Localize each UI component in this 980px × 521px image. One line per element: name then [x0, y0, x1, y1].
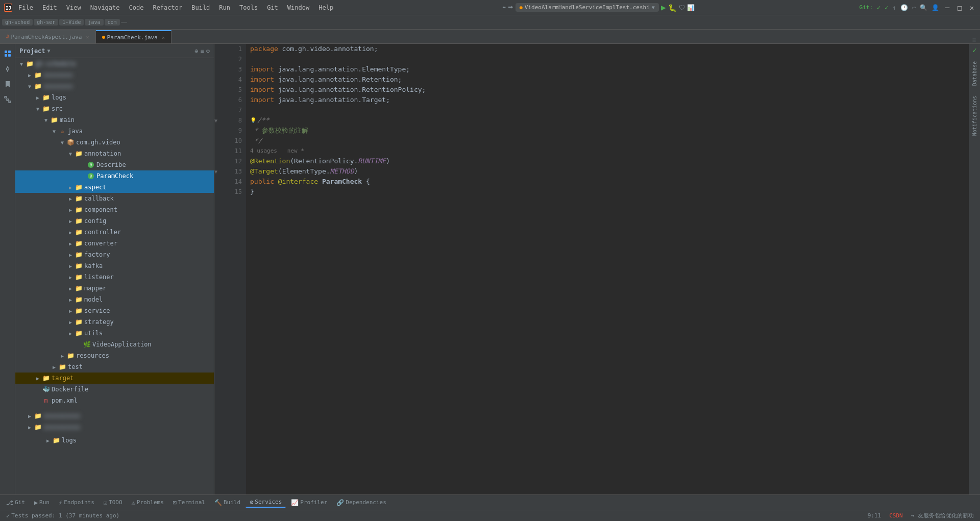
branch-tag-5[interactable] [121, 22, 127, 23]
tree-arrow-controller[interactable]: ▶ [66, 230, 75, 235]
menu-navigate[interactable]: Navigate [86, 3, 124, 12]
tree-arrow-config[interactable]: ▶ [66, 218, 75, 224]
git-push-icon[interactable]: ↑ [893, 4, 896, 11]
tree-arrow-aspect[interactable]: ▶ [66, 185, 75, 190]
menu-view[interactable]: View [62, 3, 85, 12]
tree-item-factory[interactable]: ▶ 📁 factory [15, 249, 214, 260]
bottom-tab-dependencies[interactable]: 🔗 Dependencies [332, 498, 390, 507]
tab-paramcheck[interactable]: ParamCheck.java ✕ [96, 30, 172, 43]
tree-arrow-factory[interactable]: ▶ [66, 252, 75, 258]
minimize-button[interactable]: ─ [943, 4, 951, 12]
menu-file[interactable]: File [14, 3, 37, 12]
tree-arrow-test[interactable]: ▶ [50, 364, 58, 370]
tab-paramcheckaspect[interactable]: J ParamCheckAspect.java ✕ [0, 30, 96, 43]
tree-item-blurred2[interactable]: ▼ 📁 xxxxxxxx [15, 81, 214, 92]
tree-item-target[interactable]: ▶ 📁 target [15, 373, 214, 384]
tree-arrow-blurred1[interactable]: ▶ [26, 72, 34, 78]
tree-item-strategy[interactable]: ▶ 📁 strategy [15, 316, 214, 328]
branch-tag-2[interactable]: gh-ser [34, 19, 58, 26]
bottom-tab-profiler[interactable]: 📈 Profiler [287, 498, 331, 507]
tree-arrow-service[interactable]: ▶ [66, 308, 75, 314]
tree-item-logs2[interactable]: ▶ 📁 logs [15, 435, 214, 446]
tree-item-dockerfile[interactable]: 🐳 Dockerfile [15, 384, 214, 395]
menu-run[interactable]: Run [215, 3, 234, 12]
tree-item-utils[interactable]: ▶ 📁 utils [15, 328, 214, 339]
menu-help[interactable]: Help [314, 3, 337, 12]
sidebar-project-icon[interactable] [2, 48, 13, 59]
tree-arrow-converter[interactable]: ▶ [66, 241, 75, 246]
search-icon[interactable]: 🔍 [920, 4, 927, 11]
tab-more-button[interactable]: ≡ [968, 36, 980, 43]
tree-item-component[interactable]: ▶ 📁 component [15, 204, 214, 215]
user-icon[interactable]: 👤 [932, 4, 939, 11]
menu-edit[interactable]: Edit [38, 3, 61, 12]
code-content[interactable]: package com.gh.video.annotation; import … [246, 44, 969, 494]
tree-item-describe[interactable]: @ Describe [15, 159, 214, 170]
run-config[interactable]: ● VideoAlarmHandleServiceImplTest.ceshi … [516, 3, 659, 12]
sidebar-label-database[interactable]: Database [971, 58, 978, 89]
sidebar-label-notifications[interactable]: Notifications [971, 93, 978, 139]
undo-icon[interactable]: ↩ [912, 4, 916, 11]
sidebar-structure-icon[interactable] [2, 94, 13, 105]
tree-arrow-java[interactable]: ▼ [50, 129, 58, 134]
tab-close-2[interactable]: ✕ [162, 35, 165, 40]
bottom-tab-problems[interactable]: ⚠ Problems [128, 498, 168, 507]
tree-arrow-target[interactable]: ▶ [34, 376, 42, 381]
panel-dropdown-icon[interactable]: ▼ [47, 48, 51, 54]
tree-arrow-src[interactable]: ▼ [34, 106, 42, 112]
bottom-tab-endpoints[interactable]: ⚡ Endpoints [55, 498, 99, 507]
tree-item-bottom2[interactable]: ▶ 📁 xxxxxxxxxx [15, 421, 214, 433]
tree-arrow-callback[interactable]: ▶ [66, 196, 75, 202]
tab-close-1[interactable]: ✕ [86, 34, 89, 40]
branch-tag-3[interactable]: 1-Vide [59, 19, 84, 26]
tree-item-mapper[interactable]: ▶ 📁 mapper [15, 283, 214, 294]
panel-action-settings[interactable]: ⚙ [206, 47, 210, 55]
tree-arrow-annotation[interactable]: ▼ [66, 151, 75, 157]
branch-tag-com[interactable]: com [105, 19, 120, 26]
tree-item-src[interactable]: ▼ 📁 src [15, 103, 214, 114]
bottom-tab-run[interactable]: ▶ Run [30, 498, 54, 507]
menu-window[interactable]: Window [283, 3, 313, 12]
bottom-tab-services[interactable]: ⚙ Services [246, 498, 286, 508]
run-button[interactable]: ▶ [661, 3, 666, 12]
sidebar-commit-icon[interactable] [2, 63, 13, 75]
tree-item-callback[interactable]: ▶ 📁 callback [15, 193, 214, 204]
tree-item-resources[interactable]: ▶ 📁 resources [15, 350, 214, 361]
menu-build[interactable]: Build [187, 3, 214, 12]
menu-git[interactable]: Git [263, 3, 282, 12]
bottom-tab-todo[interactable]: ☑ TODO [100, 498, 127, 507]
tree-arrow-utils[interactable]: ▶ [66, 331, 75, 336]
profile-button[interactable]: 📊 [687, 4, 695, 11]
sidebar-bookmarks-icon[interactable] [2, 79, 13, 90]
coverage-button[interactable]: 🛡 [679, 4, 685, 11]
tree-item-aspect[interactable]: ▶ 📁 aspect [15, 182, 214, 193]
menu-code[interactable]: Code [125, 3, 148, 12]
tree-arrow-strategy[interactable]: ▶ [66, 319, 75, 325]
tree-item-pomxml[interactable]: m pom.xml [15, 395, 214, 406]
tests-status[interactable]: ✓ Tests passed: 1 (37 minutes ago) [4, 512, 121, 519]
tree-arrow-bottom2[interactable]: ▶ [26, 425, 34, 430]
tree-arrow-comghvideo[interactable]: ▼ [58, 140, 66, 145]
tree-arrow-listener[interactable]: ▶ [66, 275, 75, 280]
tree-item-java[interactable]: ▼ ☕ java [15, 126, 214, 137]
tree-arrow-logs[interactable]: ▶ [34, 95, 42, 101]
tree-item-annotation[interactable]: ▼ 📁 annotation [15, 148, 214, 159]
tree-item-controller[interactable]: ▶ 📁 controller [15, 227, 214, 238]
tree-arrow-bottom1[interactable]: ▶ [26, 413, 34, 419]
menu-tools[interactable]: Tools [235, 3, 262, 12]
tree-item-videoapplication[interactable]: 🌿 VideoApplication [15, 339, 214, 350]
tree-arrow-component[interactable]: ▶ [66, 207, 75, 213]
menu-refactor[interactable]: Refactor [149, 3, 186, 12]
panel-action-collapse[interactable]: ≡ [201, 47, 204, 55]
tree-item-main[interactable]: ▼ 📁 main [15, 114, 214, 126]
csdn-link[interactable]: CSDN [887, 512, 905, 519]
tree-item-logs[interactable]: ▶ 📁 logs [15, 92, 214, 103]
tree-item-listener[interactable]: ▶ 📁 listener [15, 271, 214, 283]
tree-item-config[interactable]: ▶ 📁 config [15, 215, 214, 227]
tree-arrow-kafka[interactable]: ▶ [66, 263, 75, 269]
tree-item-blurred1[interactable]: ▶ 📁 xxxxxxxx [15, 69, 214, 81]
cursor-position[interactable]: 9:11 [866, 512, 884, 519]
bottom-tab-terminal[interactable]: ⊡ Terminal [169, 498, 209, 507]
tree-item-kafka[interactable]: ▶ 📁 kafka [15, 260, 214, 271]
tree-item-test[interactable]: ▶ 📁 test [15, 361, 214, 373]
